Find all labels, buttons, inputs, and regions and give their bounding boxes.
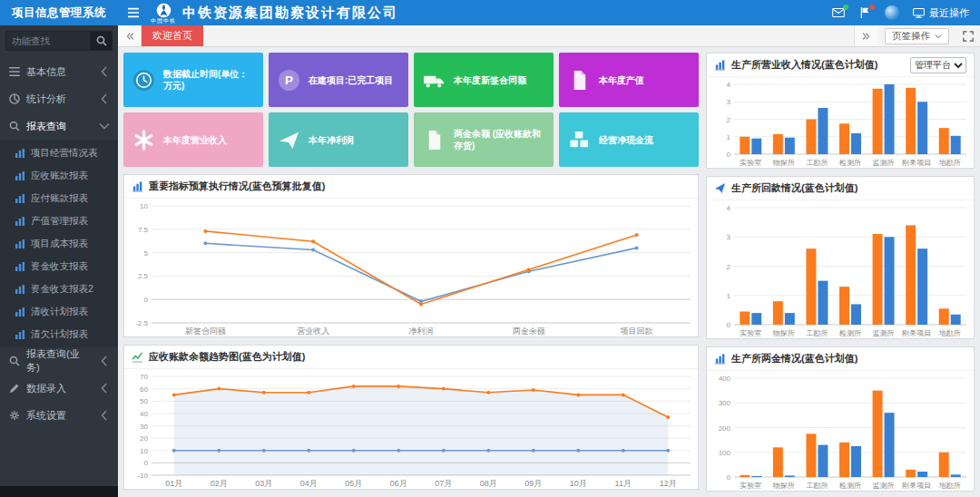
platform-select[interactable]: 管理平台	[910, 57, 966, 73]
minibar-icon	[15, 284, 25, 295]
sidebar-subitem-label: 应付账款报表	[31, 192, 88, 205]
svg-text:1: 1	[727, 292, 731, 300]
tab-operations-dropdown[interactable]: 页签操作	[885, 28, 949, 44]
svg-text:12月: 12月	[660, 479, 677, 488]
sidebar-subitem[interactable]: 应付账款报表	[0, 187, 118, 210]
chevron-left-icon	[99, 410, 110, 421]
svg-text:4: 4	[727, 81, 731, 89]
sidebar-subitem[interactable]: 清欠计划报表	[0, 323, 118, 346]
search-input[interactable]	[5, 31, 91, 51]
stat-card[interactable]: 本年度新签合同额	[414, 53, 554, 107]
svg-text:监测所: 监测所	[873, 159, 895, 167]
svg-text:10: 10	[140, 202, 148, 210]
svg-text:2: 2	[727, 263, 731, 271]
dept-payback-chart: 01234实验室物探所工勘所检测所监测所刚果项目地勘所	[707, 200, 974, 338]
panel-budget-execution: 重要指标预算执行情况(蓝色预算批复值) -2.502.557.510新签合同额营…	[123, 174, 699, 337]
company-logo: 中国中铁	[151, 3, 176, 24]
file-icon	[568, 69, 591, 92]
search-button[interactable]	[91, 31, 113, 51]
tabs-scroll-right-button[interactable]	[854, 25, 877, 46]
svg-text:检测所: 检测所	[838, 482, 861, 490]
svg-text:30: 30	[140, 423, 148, 431]
grid-icon	[9, 66, 20, 77]
stat-card[interactable]: P在建项目:已完工项目	[269, 53, 408, 107]
svg-text:实验室: 实验室	[740, 329, 761, 337]
sidebar-subitem-label: 资金收支报表	[31, 260, 88, 273]
panel-header: 生产所回款情况(蓝色计划值)	[707, 177, 974, 200]
sidebar-subitem[interactable]: 清收计划报表	[0, 300, 118, 323]
sidebar-item[interactable]: 报表查询	[0, 112, 118, 140]
tabs-scroll-left-button[interactable]	[118, 25, 142, 46]
panel-dept-revenue: 生产所营业收入情况(蓝色计划值) 管理平台 01234实验室物探所工勘所检测所监…	[706, 53, 975, 169]
flag-button[interactable]	[858, 7, 871, 18]
svg-text:04月: 04月	[300, 479, 318, 488]
mail-button[interactable]	[832, 7, 845, 18]
svg-text:两金余额: 两金余额	[513, 326, 545, 336]
svg-text:300: 300	[719, 399, 731, 407]
svg-text:200: 200	[719, 424, 731, 433]
tab-operations-label: 页签操作	[892, 30, 930, 43]
sidebar-subitem[interactable]: 项目成本报表	[0, 232, 118, 255]
panel-title: 生产所两金情况(蓝色计划值)	[731, 352, 858, 365]
stat-card-label: 经营净现金流	[599, 134, 653, 146]
sidebar-item[interactable]: 数据录入	[0, 375, 118, 402]
panel-header: 应收账款余额趋势图(蓝色为计划值)	[124, 346, 698, 369]
sidebar-item[interactable]: 系统设置	[0, 402, 118, 429]
sidebar-subitem[interactable]: 资金收支报表	[0, 255, 118, 278]
topbar: 中国中铁 中铁资源集团勘察设计有限公司 最近操作	[118, 0, 980, 25]
flag-badge	[869, 5, 875, 10]
svg-text:刚果项目: 刚果项目	[902, 159, 931, 167]
stat-card[interactable]: 两金余额 (应收账款和存货)	[414, 112, 554, 167]
bar-chart-icon	[714, 353, 726, 365]
stat-card[interactable]: 经营净现金流	[559, 112, 699, 167]
stat-card-label: 本年度营业收入	[163, 134, 227, 146]
stat-card[interactable]: 数据截止时间(单位：万元)	[123, 53, 263, 107]
fullscreen-button[interactable]	[956, 25, 980, 46]
svg-text:1: 1	[727, 133, 731, 141]
tab-welcome-home[interactable]: 欢迎首页	[142, 25, 203, 46]
stat-card[interactable]: 本年度营业收入	[123, 112, 263, 167]
svg-text:检测所: 检测所	[838, 159, 861, 167]
svg-text:实验室: 实验室	[740, 482, 761, 490]
svg-text:70: 70	[140, 373, 148, 381]
tabbar-spacer	[203, 25, 854, 46]
panel-title: 生产所营业收入情况(蓝色计划值)	[731, 58, 877, 72]
svg-text:50: 50	[140, 397, 148, 405]
svg-text:检测所: 检测所	[838, 329, 861, 337]
plane-chart-icon	[714, 182, 726, 194]
sidebar-subitem[interactable]: 资金收支报表2	[0, 278, 118, 300]
sidebar-item[interactable]: 统计分析	[0, 85, 118, 112]
chevron-down-icon	[935, 34, 942, 39]
stat-card[interactable]: 本年度产值	[559, 53, 699, 107]
sidebar-item[interactable]: 报表查询(业务)	[0, 347, 118, 375]
app-title: 项目信息管理系统	[0, 0, 118, 25]
sidebar-subitem-label: 项目成本报表	[31, 238, 88, 250]
sidebar-item-label: 统计分析	[26, 93, 66, 106]
sidebar-item[interactable]: 基本信息	[0, 58, 118, 85]
tabbar: 欢迎首页 页签操作	[118, 25, 980, 47]
svg-text:0: 0	[727, 473, 731, 482]
svg-text:地勘所: 地勘所	[938, 159, 961, 167]
menu-toggle-button[interactable]	[118, 0, 149, 25]
user-avatar[interactable]	[885, 5, 899, 20]
sidebar-subitem[interactable]: 产值管理报表	[0, 210, 118, 232]
sidebar-subitem[interactable]: 项目经营情况表	[0, 141, 118, 164]
svg-text:09月: 09月	[524, 479, 542, 488]
stat-cards: 数据截止时间(单位：万元)P在建项目:已完工项目本年度新签合同额本年度产值本年度…	[123, 53, 699, 167]
sidebar-subitem[interactable]: 应收账款报表	[0, 164, 118, 187]
panel-title: 重要指标预算执行情况(蓝色预算批复值)	[149, 180, 325, 193]
recent-operations-button[interactable]: 最近操作	[913, 6, 969, 20]
stat-card-label: 本年度产值	[599, 74, 644, 86]
stat-card[interactable]: 本年净利润	[269, 112, 408, 167]
minibar-icon	[15, 307, 25, 317]
svg-text:刚果项目: 刚果项目	[902, 482, 931, 490]
sidebar-item-label: 数据录入	[26, 382, 66, 395]
svg-text:刚果项目: 刚果项目	[902, 329, 931, 337]
mail-badge	[843, 5, 848, 10]
panel-header: 生产所营业收入情况(蓝色计划值) 管理平台	[707, 54, 974, 77]
search-icon	[96, 35, 107, 46]
search-icon	[9, 121, 20, 132]
search-icon	[9, 356, 20, 366]
stat-card-label: 数据截止时间(单位：万元)	[163, 68, 254, 92]
svg-text:2.5: 2.5	[138, 272, 149, 280]
